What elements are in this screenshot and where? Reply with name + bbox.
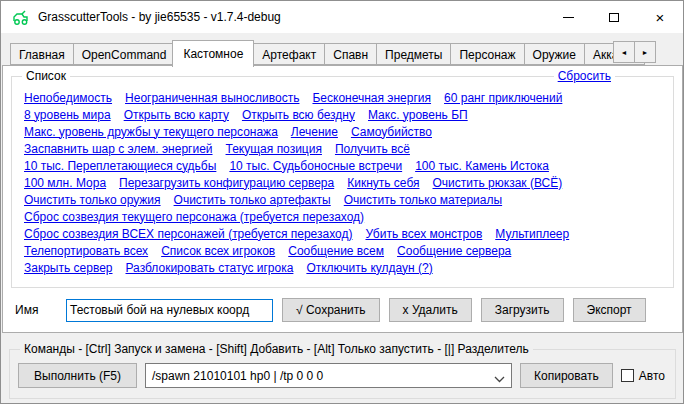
tab-6[interactable]: Персонаж (450, 43, 524, 65)
command-link[interactable]: Мультиплеер (495, 227, 569, 241)
save-button[interactable]: √ Сохранить (282, 298, 380, 322)
auto-checkbox-group: Авто (621, 369, 667, 383)
tab-2[interactable]: Кастомное (172, 40, 254, 67)
maximize-icon (609, 13, 619, 22)
close-icon: × (656, 10, 665, 25)
command-link[interactable]: Бесконечная энергия (312, 91, 431, 105)
tab-3[interactable]: Артефакт (253, 43, 325, 65)
title-bar: GrasscutterTools - by jie65535 - v1.7.4-… (1, 1, 683, 33)
command-link[interactable]: Разблокировать статус игрока (126, 261, 294, 275)
tab-scrollers: ◄ ► (614, 41, 656, 63)
command-link[interactable]: 8 уровень мира (24, 108, 111, 122)
command-row: Выполнить (F5) /spawn 21010101 hp0 | /tp… (18, 363, 667, 388)
command-link[interactable]: Отключить кулдаун (?) (306, 261, 432, 275)
reset-link[interactable]: Сбросить (558, 69, 611, 83)
command-combobox[interactable]: /spawn 21010101 hp0 | /tp 0 0 0 (145, 363, 512, 388)
name-input[interactable]: Тестовый бой на нулевых коорд (66, 299, 273, 322)
link-row: Закрыть серверРазблокировать статус игро… (24, 259, 661, 276)
command-links-list: НепобедимостьНеограниченная выносливость… (12, 77, 673, 276)
minimize-button[interactable] (545, 1, 591, 33)
command-link[interactable]: Текущая позиция (226, 142, 322, 156)
command-link[interactable]: Сообщение всем (288, 244, 384, 258)
app-logo-icon (11, 9, 30, 26)
link-row: 100 млн. МораПерезагрузить конфигурацию … (24, 174, 661, 191)
name-label: Имя (15, 303, 57, 317)
commands-group-title: Команды - [Ctrl] Запуск и замена - [Shif… (20, 342, 533, 356)
command-link[interactable]: Телепортировать всех (24, 244, 148, 258)
command-link[interactable]: 100 тыс. Камень Истока (415, 159, 549, 173)
scroll-left-icon: ◄ (621, 49, 628, 56)
tab-0[interactable]: Главная (10, 43, 74, 65)
command-link[interactable]: Очистить только оружия (24, 193, 161, 207)
command-link[interactable]: Самоубийство (351, 125, 432, 139)
tab-4[interactable]: Спавн (324, 43, 377, 65)
command-link[interactable]: 60 ранг приключений (444, 91, 562, 105)
commands-groupbox: Команды - [Ctrl] Запуск и замена - [Shif… (9, 349, 676, 399)
link-row: Заспавнить шар с элем. энергиейТекущая п… (24, 140, 661, 157)
app-window: GrasscutterTools - by jie65535 - v1.7.4-… (0, 0, 684, 404)
command-link[interactable]: Получить всё (335, 142, 410, 156)
run-button[interactable]: Выполнить (F5) (18, 363, 137, 388)
export-button[interactable]: Экспорт (573, 298, 646, 322)
link-row: НепобедимостьНеограниченная выносливость… (24, 89, 661, 106)
tab-5[interactable]: Предметы (376, 43, 451, 65)
list-groupbox: Список Сбросить НепобедимостьНеограничен… (11, 76, 674, 288)
command-link[interactable]: 10 тыс. Судьбоносные встречи (229, 159, 402, 173)
command-link[interactable]: Макс. уровень дружбы у текущего персонаж… (24, 125, 278, 139)
command-link[interactable]: 100 млн. Мора (24, 176, 106, 190)
command-link[interactable]: Заспавнить шар с элем. энергией (24, 142, 213, 156)
name-row: Имя Тестовый бой на нулевых коорд √ Сохр… (15, 298, 672, 322)
command-link[interactable]: Кикнуть себя (347, 176, 419, 190)
copy-button[interactable]: Копировать (520, 363, 613, 388)
tab-scroll-right-button[interactable]: ► (634, 41, 656, 63)
link-row: Сброс созвездия ВСЕХ персонажей (требует… (24, 225, 661, 242)
minimize-icon (563, 17, 574, 18)
auto-checkbox-label: Авто (639, 369, 665, 383)
command-link[interactable]: Макс. уровень БП (368, 108, 468, 122)
link-row: 8 уровень мираОткрыть всю картуОткрыть в… (24, 106, 661, 123)
scroll-right-icon: ► (642, 49, 649, 56)
command-link[interactable]: Перезагрузить конфигурацию сервера (119, 176, 334, 190)
command-link[interactable]: Лечение (291, 125, 338, 139)
delete-button[interactable]: x Удалить (389, 298, 472, 322)
tab-scroll-left-button[interactable]: ◄ (613, 41, 635, 63)
chevron-down-icon (494, 372, 505, 386)
link-row: Сброс созвездия текущего персонажа (треб… (24, 208, 661, 225)
command-link[interactable]: Закрыть сервер (24, 261, 113, 275)
command-link[interactable]: 10 тыс. Переплетающиеся судьбы (24, 159, 216, 173)
link-row: Телепортировать всехСписок всех игроковС… (24, 242, 661, 259)
maximize-button[interactable] (591, 1, 637, 33)
command-link[interactable]: Сообщение сервера (397, 244, 511, 258)
command-link[interactable]: Непобедимость (24, 91, 112, 105)
tab-7[interactable]: Оружие (524, 43, 585, 65)
link-row: 10 тыс. Переплетающиеся судьбы10 тыс. Су… (24, 157, 661, 174)
command-text: /spawn 21010101 hp0 | /tp 0 0 0 (152, 369, 323, 383)
auto-checkbox[interactable] (621, 369, 634, 382)
window-title: GrasscutterTools - by jie65535 - v1.7.4-… (38, 10, 281, 24)
close-button[interactable]: × (637, 1, 683, 33)
command-link[interactable]: Открыть всю бездну (242, 108, 355, 122)
command-link[interactable]: Неограниченная выносливость (125, 91, 299, 105)
command-link[interactable]: Очистить только материалы (344, 193, 502, 207)
command-link[interactable]: Список всех игроков (161, 244, 275, 258)
tab-1[interactable]: OpenCommand (73, 43, 176, 65)
command-link[interactable]: Открыть всю карту (124, 108, 229, 122)
command-link[interactable]: Убить всех монстров (365, 227, 482, 241)
command-link[interactable]: Сброс созвездия ВСЕХ персонажей (требует… (24, 227, 352, 241)
command-link[interactable]: Очистить рюкзак (ВСЁ) (433, 176, 563, 190)
command-link[interactable]: Сброс созвездия текущего персонажа (треб… (24, 210, 364, 224)
tab-page-custom: Список Сбросить НепобедимостьНеограничен… (2, 65, 683, 333)
load-button[interactable]: Загрузить (481, 298, 564, 322)
list-group-title: Список (22, 69, 70, 83)
tab-bar: ГлавнаяOpenCommandКастомноеАртефактСпавн… (2, 39, 682, 66)
command-link[interactable]: Очистить только артефакты (174, 193, 331, 207)
link-row: Очистить только оружияОчистить только ар… (24, 191, 661, 208)
link-row: Макс. уровень дружбы у текущего персонаж… (24, 123, 661, 140)
